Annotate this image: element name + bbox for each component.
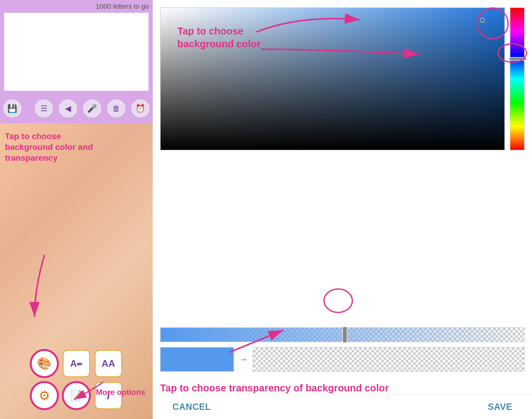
palette-button[interactable]: 🎨	[31, 350, 58, 377]
right-panel: Tap to choose background color	[153, 0, 532, 419]
mic-button[interactable]: 🎤	[82, 99, 102, 118]
icon-row-1: 🎨 A✏ AA	[31, 350, 122, 377]
toolbar: 💾 ☰ ◀ 🎤 🗑 ⏰	[0, 95, 153, 123]
text-area-section: 1000 letters to go	[0, 0, 153, 95]
gear-icon: ⚙	[39, 388, 50, 403]
color-preview-section: →	[153, 345, 532, 377]
text-style-button[interactable]: A✏	[63, 350, 90, 377]
delete-button[interactable]: 🗑	[106, 99, 126, 118]
annotation-transparency: Tap to choose transparency of background…	[153, 377, 532, 394]
gear-button[interactable]: ⚙	[31, 382, 58, 409]
alarm-button[interactable]: ⏰	[131, 99, 150, 118]
annotation-bg-color: Tap to choose background color and trans…	[5, 131, 99, 163]
memo-button[interactable]: 📝	[63, 382, 90, 409]
left-panel: 1000 letters to go 💾 ☰ ◀ 🎤 🗑 ⏰ Tap to ch…	[0, 0, 153, 419]
bottom-section: Tap to choose background color and trans…	[0, 123, 153, 419]
hue-slider[interactable]	[509, 57, 527, 61]
save-button[interactable]: 💾	[2, 99, 22, 118]
color-picker-area: Tap to choose background color	[153, 0, 532, 324]
annotation-bg-color-right: Tap to choose background color	[177, 25, 261, 50]
hue-bar[interactable]	[510, 7, 525, 150]
palette-icon: 🎨	[37, 357, 52, 370]
alpha-slider-bar[interactable]	[160, 327, 525, 342]
cancel-button[interactable]: CANCEL	[172, 402, 211, 412]
font-size-icon: AA	[102, 358, 115, 369]
color-swatch-transparent	[253, 347, 525, 372]
action-bar: CANCEL SAVE	[153, 394, 532, 419]
color-swatch-solid	[160, 347, 234, 372]
icon-rows: 🎨 A✏ AA ⚙ 📝 i	[0, 350, 153, 409]
memo-icon: 📝	[70, 390, 83, 402]
font-size-button[interactable]: AA	[95, 350, 122, 377]
alpha-slider-section	[153, 324, 532, 345]
save-button[interactable]: SAVE	[488, 402, 512, 412]
alpha-slider-handle[interactable]	[342, 327, 347, 343]
arrow-symbol: →	[239, 354, 248, 365]
text-input-area[interactable]	[4, 12, 149, 91]
align-button[interactable]: ☰	[34, 99, 54, 118]
share-button[interactable]: ◀	[58, 99, 78, 118]
letter-count: 1000 letters to go	[4, 2, 149, 10]
color-selector-dot[interactable]	[480, 18, 485, 23]
text-style-icon: A✏	[70, 358, 83, 369]
more-options-label: More options	[96, 388, 145, 397]
